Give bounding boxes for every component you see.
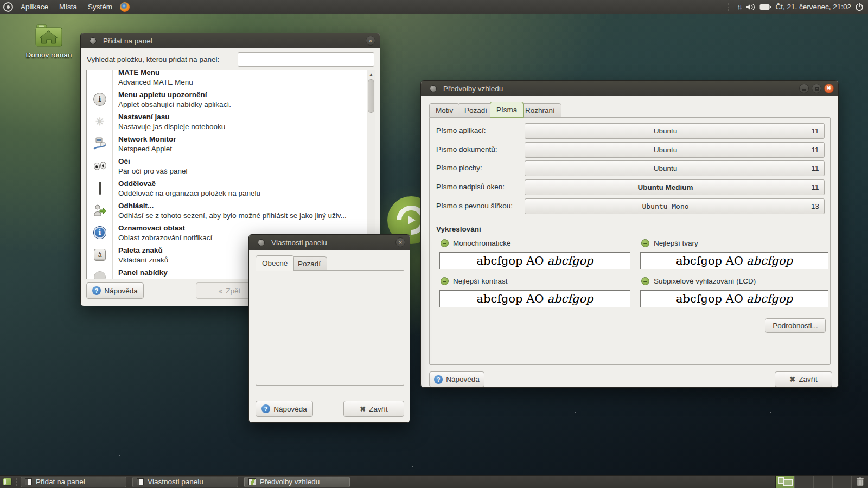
window-icon	[25, 478, 32, 485]
tab-rozhrani[interactable]: Rozhraní	[519, 103, 561, 118]
desktop-font-label: Písmo plochy:	[436, 164, 482, 172]
trash-applet[interactable]	[852, 477, 868, 486]
dialog-icon	[90, 37, 97, 44]
menu-system[interactable]: Systém	[82, 0, 118, 14]
workspace-2[interactable]	[795, 476, 814, 488]
radio-icon	[641, 277, 649, 285]
radio-monochrome[interactable]: Monochromatické	[441, 239, 511, 247]
dialog-icon	[430, 85, 437, 92]
dialog-icon	[258, 239, 265, 246]
app-font-label: Písmo aplikací:	[436, 126, 486, 134]
network-monitor-icon	[90, 132, 110, 155]
list-item[interactable]: ☀ Nastavení jasu Nastavuje jas displeje …	[87, 110, 367, 132]
radio-best-contrast[interactable]: Nejlepší kontrast	[441, 277, 508, 285]
search-input[interactable]	[238, 52, 374, 67]
fonts-tab-panel: Písmo aplikací: Ubuntu 11 Písmo dokument…	[429, 117, 831, 365]
tab-pisma[interactable]: Písma	[490, 102, 524, 118]
battery-icon[interactable]	[760, 4, 771, 10]
list-item[interactable]: Odhlásit... Odhlásí se z tohoto sezení, …	[87, 199, 367, 221]
close-x-icon: ✖	[360, 405, 366, 413]
indicator-circle-icon: i	[93, 93, 106, 106]
scroll-up-icon[interactable]: ▲	[367, 70, 375, 78]
doc-font-label: Písmo dokumentů:	[436, 145, 497, 153]
separator-bar-icon	[99, 182, 101, 195]
power-icon[interactable]	[855, 3, 864, 11]
close-icon[interactable]: ×	[395, 237, 405, 247]
titlebar[interactable]: Přidat na panel ×	[81, 33, 380, 48]
minimize-icon[interactable]	[799, 84, 809, 93]
tab-pozadi[interactable]: Pozadí	[291, 256, 327, 271]
workspace-1[interactable]	[776, 476, 795, 488]
bottom-panel: Přidat na panel Vlastnosti panelu Předvo…	[0, 475, 868, 488]
close-x-icon: ✖	[789, 375, 795, 383]
trash-icon	[856, 477, 864, 486]
taskbar-item-add-to-panel[interactable]: Přidat na panel	[21, 477, 126, 487]
list-item[interactable]: Oči Pár očí pro váš panel	[87, 155, 367, 177]
window-title: Přidat na panel	[103, 37, 152, 45]
window-panel-properties: Vlastnosti panelu × Obecné Pozadí Orient…	[248, 234, 410, 423]
doc-font-button[interactable]: Ubuntu 11	[525, 142, 825, 158]
window-title: Předvolby vzhledu	[443, 85, 503, 93]
desktop-font-button[interactable]: Ubuntu 11	[525, 160, 825, 176]
radio-best-shapes[interactable]: Nejlepší tvary	[641, 239, 698, 247]
window-icon	[137, 478, 144, 485]
details-button[interactable]: Podrobnosti...	[765, 318, 826, 333]
list-item[interactable]: MATE Menu Advanced MATE Menu	[87, 70, 367, 88]
workspace-4[interactable]	[833, 476, 852, 488]
window-title-font-label: Písmo nadpisů oken:	[436, 183, 505, 191]
help-button[interactable]: ? Nápověda	[86, 282, 144, 299]
scrollbar-thumb[interactable]	[368, 79, 374, 113]
fixed-width-font-button[interactable]: Ubuntu Mono 13	[525, 198, 825, 214]
window-appearance-preferences: Předvolby vzhledu ✖ Motiv Pozadí Písma R…	[420, 80, 839, 388]
titlebar[interactable]: Vlastnosti panelu ×	[249, 235, 410, 250]
show-desktop-button[interactable]	[0, 476, 14, 488]
fixed-width-font-label: Písmo s pevnou šířkou:	[436, 202, 513, 210]
list-item[interactable]: Oddělovač Oddělovač na organizaci polože…	[87, 177, 367, 199]
eyes-icon	[93, 161, 107, 170]
list-item[interactable]: Network Monitor Netspeed Applet	[87, 132, 367, 155]
radio-subpixel-lcd[interactable]: Subpixelové vyhlazování (LCD)	[641, 277, 756, 285]
window-title: Vlastnosti panelu	[271, 239, 327, 247]
top-panel: Aplikace Místa Systém ↑↓ Čt, 21. červene…	[0, 0, 868, 14]
brightness-sun-icon: ☀	[95, 115, 105, 128]
desktop-home-icon[interactable]: Domov roman	[21, 24, 77, 59]
radio-icon	[641, 239, 649, 247]
close-icon[interactable]: ×	[366, 36, 375, 46]
workspace-switcher[interactable]	[775, 476, 852, 488]
menu-bar-icon	[94, 271, 106, 280]
menu-mista[interactable]: Místa	[54, 0, 82, 14]
window-title-font-button[interactable]: Ubuntu Medium 11	[525, 179, 825, 195]
character-key-icon: à	[94, 249, 106, 261]
menu-aplikace[interactable]: Aplikace	[15, 0, 54, 14]
taskbar-item-appearance[interactable]: Předvolby vzhledu	[244, 477, 350, 487]
sample-subpixel-lcd: abcfgop AO abcfgop	[640, 290, 828, 307]
firefox-icon[interactable]	[120, 2, 130, 12]
network-traffic-icon[interactable]: ↑↓	[737, 3, 742, 11]
tab-motiv[interactable]: Motiv	[429, 103, 459, 118]
panel-handle	[728, 3, 731, 11]
show-desktop-icon	[3, 478, 12, 486]
help-icon: ?	[261, 404, 270, 413]
sample-best-contrast: abcfgop AO abcfgop	[439, 290, 630, 307]
app-font-button[interactable]: Ubuntu 11	[525, 123, 825, 139]
help-button[interactable]: ? Nápověda	[256, 401, 313, 417]
tab-pozadi[interactable]: Pozadí	[458, 103, 494, 118]
panel-handle	[16, 478, 19, 486]
close-icon[interactable]: ✖	[824, 84, 834, 93]
clock[interactable]: Čt, 21. červenec, 21:02	[775, 3, 851, 11]
logout-icon	[90, 199, 110, 221]
help-button[interactable]: ? Nápověda	[429, 371, 484, 387]
home-folder-icon	[34, 24, 64, 48]
appearance-icon	[248, 478, 256, 485]
taskbar-item-panel-properties[interactable]: Vlastnosti panelu	[132, 477, 238, 487]
volume-icon[interactable]	[746, 3, 756, 11]
close-button[interactable]: ✖ Zavřít	[775, 371, 832, 387]
tab-obecne[interactable]: Obecné	[256, 255, 294, 271]
titlebar[interactable]: Předvolby vzhledu ✖	[421, 81, 838, 96]
list-item[interactable]: i Menu appletu upozornění Applet obsahuj…	[87, 88, 367, 110]
chevron-left-icon: «	[219, 287, 223, 295]
maximize-icon[interactable]	[812, 84, 821, 93]
mate-menu-icon[interactable]	[3, 2, 13, 12]
close-button[interactable]: ✖ Zavřít	[343, 401, 404, 417]
workspace-3[interactable]	[814, 476, 833, 488]
